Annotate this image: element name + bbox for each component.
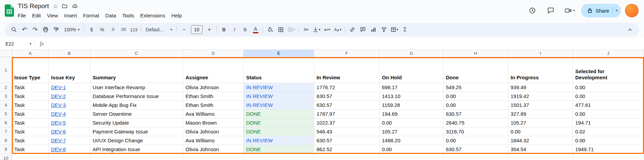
fill-color-icon[interactable] — [265, 25, 275, 35]
cell-G6[interactable]: 0.00 — [380, 118, 444, 127]
borders-icon[interactable] — [276, 25, 286, 35]
bold-button[interactable]: B — [219, 25, 229, 35]
cell-C8[interactable]: UI/UX Design Change — [90, 136, 183, 145]
cell-E4[interactable]: IN REVIEW — [244, 101, 314, 110]
cell-H7[interactable]: 3116.70 — [444, 127, 508, 136]
cell-A8[interactable]: Task — [12, 136, 49, 145]
redo-button[interactable]: ↷ — [30, 25, 40, 35]
menu-help[interactable]: Help — [168, 12, 185, 20]
version-history-icon[interactable] — [525, 3, 540, 18]
cell-C7[interactable]: Payment Gateway Issue — [90, 127, 183, 136]
cell-J1[interactable]: Selected for Development — [573, 57, 644, 83]
row-header-6[interactable]: 6 — [0, 118, 12, 127]
issue-key-link[interactable]: DEV-6 — [51, 129, 66, 134]
cell-J6[interactable]: 194.71 — [573, 118, 644, 127]
cell-F9[interactable]: 862.52 — [314, 145, 380, 154]
row-header-1[interactable]: 1 — [0, 57, 12, 83]
cell-G9[interactable]: 0.00 — [380, 145, 444, 154]
row-header-10[interactable]: 10 — [0, 154, 12, 160]
column-header-F[interactable]: F — [314, 50, 380, 57]
row-header-7[interactable]: 7 — [0, 127, 12, 136]
meet-icon[interactable]: ▾ — [562, 3, 577, 18]
column-header-I[interactable]: I — [508, 50, 573, 57]
cell-J5[interactable]: 0.00 — [573, 110, 644, 118]
number-format-button[interactable]: 123 — [129, 25, 139, 35]
row-header-2[interactable]: 2 — [0, 83, 12, 92]
issue-key-link[interactable]: DEV-7 — [51, 138, 66, 143]
cell-E8[interactable]: IN REVIEW — [244, 136, 314, 145]
cell-F3[interactable]: 630.57 — [314, 92, 380, 101]
cell-I7[interactable]: 0.00 — [508, 127, 573, 136]
cell-D5[interactable]: Ava Williams — [183, 110, 244, 118]
column-header-J[interactable]: J — [573, 50, 644, 57]
cell-E1[interactable]: Status — [244, 57, 314, 83]
cell-H1[interactable]: Done — [444, 57, 508, 83]
menu-data[interactable]: Data — [102, 12, 119, 20]
cell-D1[interactable]: Assignee — [183, 57, 244, 83]
cell-H5[interactable]: 630.57 — [444, 110, 508, 118]
cell-I10[interactable] — [508, 154, 573, 160]
comments-icon[interactable] — [544, 3, 558, 18]
cell-D9[interactable]: Olivia Johnson — [183, 145, 244, 154]
cell-F7[interactable]: 546.43 — [314, 127, 380, 136]
column-header-C[interactable]: C — [90, 50, 183, 57]
cell-G2[interactable]: 698.17 — [380, 83, 444, 92]
cell-A2[interactable]: Task — [12, 83, 49, 92]
cell-F8[interactable]: 630.57 — [314, 136, 380, 145]
issue-key-link[interactable]: DEV-5 — [51, 120, 66, 126]
menu-view[interactable]: View — [44, 12, 61, 20]
zoom-select[interactable]: 100% ▾ — [62, 25, 82, 35]
cell-B9[interactable]: DEV-8 — [49, 145, 90, 154]
cell-F6[interactable]: 1022.37 — [314, 118, 380, 127]
increase-font-size-button[interactable]: + — [204, 25, 214, 35]
strikethrough-button[interactable]: S — [240, 25, 250, 35]
caret-icon[interactable]: ▾ — [573, 9, 575, 12]
cell-J2[interactable]: 0.00 — [573, 83, 644, 92]
issue-key-link[interactable]: DEV-1 — [51, 84, 66, 90]
cell-D3[interactable]: Ethan Smith — [183, 92, 244, 101]
decrease-font-size-button[interactable]: − — [179, 25, 189, 35]
share-button[interactable]: Share ▾ — [581, 4, 621, 17]
cell-E3[interactable]: IN REVIEW — [244, 92, 314, 101]
font-select[interactable]: Defaul... ▾ — [143, 25, 175, 35]
cell-C2[interactable]: User Interface Revamp — [90, 83, 183, 92]
issue-key-link[interactable]: DEV-2 — [51, 93, 66, 99]
cell-D6[interactable]: Mason Brown — [183, 118, 244, 127]
cell-G8[interactable]: 1488.20 — [380, 136, 444, 145]
cell-B1[interactable]: Issue Key — [49, 57, 90, 83]
cell-D4[interactable]: Ethan Smith — [183, 101, 244, 110]
row-header-3[interactable]: 3 — [0, 92, 12, 101]
cell-F1[interactable]: In Review — [314, 57, 380, 83]
cell-I3[interactable]: 1919.42 — [508, 92, 573, 101]
column-header-A[interactable]: A — [12, 50, 49, 57]
cell-E10[interactable] — [244, 154, 314, 160]
row-header-8[interactable]: 8 — [0, 136, 12, 145]
cell-B5[interactable]: DEV-4 — [49, 110, 90, 118]
search-icon[interactable] — [9, 25, 19, 35]
increase-decimal-button[interactable]: .00 — [118, 25, 128, 35]
cell-B2[interactable]: DEV-1 — [49, 83, 90, 92]
cell-H8[interactable]: 0.00 — [444, 136, 508, 145]
cell-A6[interactable]: Task — [12, 118, 49, 127]
cell-E9[interactable]: DONE — [244, 145, 314, 154]
cell-J3[interactable]: 0.00 — [573, 92, 644, 101]
issue-key-link[interactable]: DEV-4 — [51, 111, 66, 117]
namebox-caret-icon[interactable]: ▾ — [30, 42, 31, 46]
cell-I8[interactable]: 1844.32 — [508, 136, 573, 145]
row-header-9[interactable]: 9 — [0, 145, 12, 154]
cell-A10[interactable] — [12, 154, 49, 160]
vertical-align-button[interactable]: ▾ — [311, 25, 322, 35]
cell-C3[interactable]: Database Performance Issue — [90, 92, 183, 101]
percent-format-button[interactable]: % — [97, 25, 107, 35]
cloud-status-icon[interactable] — [71, 3, 78, 9]
cell-D2[interactable]: Olivia Johnson — [183, 83, 244, 92]
insert-comment-icon[interactable] — [358, 25, 368, 35]
hide-toolbar-icon[interactable] — [625, 25, 635, 35]
text-color-button[interactable]: A — [251, 25, 261, 35]
cell-C5[interactable]: Server Downtime — [90, 110, 183, 118]
row-header-4[interactable]: 4 — [0, 101, 12, 110]
share-caret-icon[interactable]: ▾ — [616, 9, 617, 12]
table-views-icon[interactable]: ▾ — [389, 25, 400, 35]
cell-F10[interactable] — [314, 154, 380, 160]
column-header-B[interactable]: B — [49, 50, 90, 57]
